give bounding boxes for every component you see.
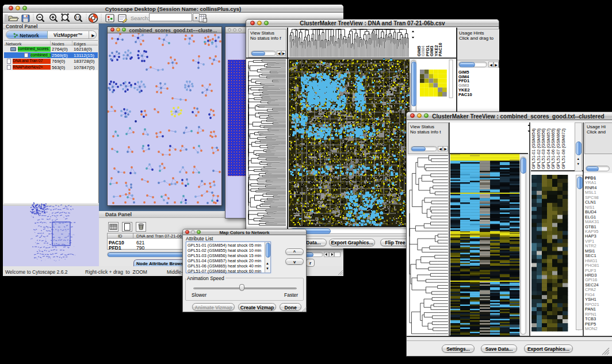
svg-text:1:1: 1:1: [75, 16, 80, 19]
